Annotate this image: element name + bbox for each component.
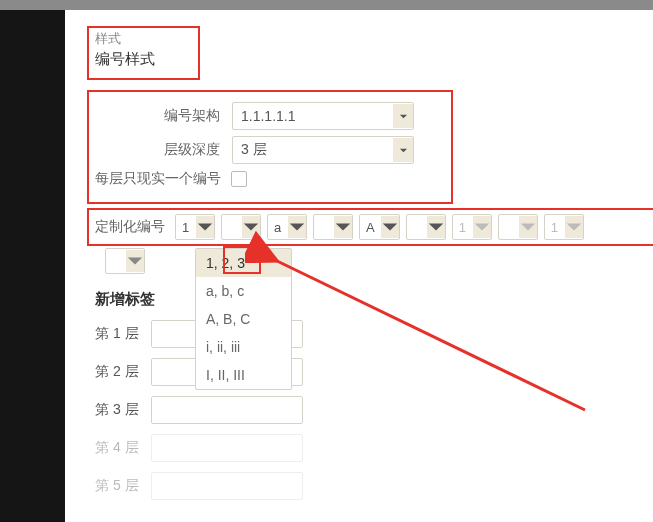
annotation-arrow [245,230,605,430]
window-titlebar [0,0,653,10]
label-custom-number: 定制化编号 [95,218,165,236]
custom-number-overflow [105,248,145,274]
label-one-per-level: 每层只现实一个编号 [95,170,221,188]
label-layer-5: 第 5 层 [95,477,139,495]
annotation-header-box: 样式 编号样式 [87,26,200,80]
row-one-per-level: 每层只现实一个编号 [95,170,435,188]
select-numbering-architecture[interactable]: 1.1.1.1.1 [232,102,414,130]
select-value: 1 [176,220,196,235]
chevron-down-icon [196,216,214,238]
svg-line-0 [275,260,585,410]
label-layer-4: 第 4 层 [95,439,139,457]
select-level-depth[interactable]: 3 层 [232,136,414,164]
row-level-depth: 层级深度 3 层 [125,136,445,164]
checkbox-one-per-level[interactable] [231,171,247,187]
row-layer-4: 第 4 层 [95,434,303,462]
settings-panel: 样式 编号样式 编号架构 1.1.1.1.1 层级深度 3 层 每层只现实一个编… [65,10,653,522]
label-layer-1: 第 1 层 [95,325,139,343]
chevron-down-icon [393,104,413,128]
select-value: 3 层 [233,141,393,159]
stage: 样式 编号样式 编号架构 1.1.1.1.1 层级深度 3 层 每层只现实一个编… [0,0,653,522]
heading-add-labels: 新增标签 [95,290,155,309]
select-value: 1.1.1.1.1 [233,108,393,124]
label-numbering-architecture: 编号架构 [125,107,220,125]
breadcrumb-style: 样式 [95,30,192,48]
select-custom-0[interactable]: 1 [175,214,215,240]
dark-side-panel [0,10,65,522]
row-layer-5: 第 5 层 [95,472,303,500]
input-layer-4 [151,434,303,462]
label-layer-3: 第 3 层 [95,401,139,419]
chevron-down-icon [393,138,413,162]
row-numbering-architecture: 编号架构 1.1.1.1.1 [125,102,445,130]
label-level-depth: 层级深度 [125,141,220,159]
select-custom-extra[interactable] [105,248,145,274]
page-title: 编号样式 [95,50,192,69]
label-layer-2: 第 2 层 [95,363,139,381]
input-layer-5 [151,472,303,500]
chevron-down-icon [126,250,144,272]
